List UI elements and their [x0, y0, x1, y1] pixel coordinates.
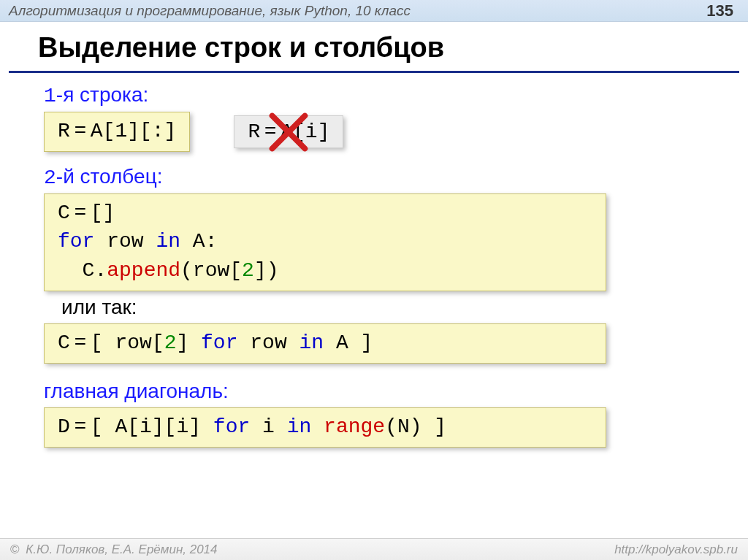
- code-column-loop: C = [] for row in A: C.append(row[2]): [44, 193, 606, 291]
- section1-label: 1-я строка:: [44, 83, 748, 107]
- footer-url: http://kpolyakov.spb.ru: [614, 542, 738, 557]
- label-text: -й столбец:: [56, 165, 163, 188]
- course-title: Алгоритмизация и программирование, язык …: [9, 3, 411, 19]
- code-row-wrong: R = A[i]: [234, 115, 343, 148]
- or-label: или так:: [61, 296, 748, 319]
- code-line: for row in A:: [58, 227, 592, 256]
- section2-label: 2-й столбец:: [44, 165, 748, 189]
- label-digit: 1: [44, 85, 56, 107]
- code-diagonal: D = [ A[i][i] for i in range(N) ]: [44, 407, 606, 448]
- page-number: 135: [706, 1, 733, 20]
- code-line: C = []: [58, 199, 592, 227]
- code-line: C.append(row[2]): [58, 256, 592, 285]
- slide-content: 1-я строка: R = A[1][:] R = A[i] 2-й сто…: [0, 83, 748, 448]
- slide-title: Выделение строк и столбцов: [9, 22, 739, 73]
- section3-label: главная диагональ:: [44, 380, 748, 403]
- slide-header: Алгоритмизация и программирование, язык …: [0, 0, 748, 22]
- code-column-comprehension: C = [ row[2] for row in A ]: [44, 323, 606, 364]
- code-text: R = A[i]: [248, 120, 329, 143]
- code-row-slice: R = A[1][:]: [44, 112, 190, 152]
- copyright-icon: ©: [10, 542, 20, 556]
- slide-footer: © К.Ю. Поляков, Е.А. Ерёмин, 2014 http:/…: [0, 538, 748, 560]
- copyright: © К.Ю. Поляков, Е.А. Ерёмин, 2014: [10, 542, 218, 557]
- row-first: R = A[1][:] R = A[i]: [44, 112, 748, 152]
- label-text: -я строка:: [56, 83, 148, 106]
- label-digit: 2: [44, 166, 56, 189]
